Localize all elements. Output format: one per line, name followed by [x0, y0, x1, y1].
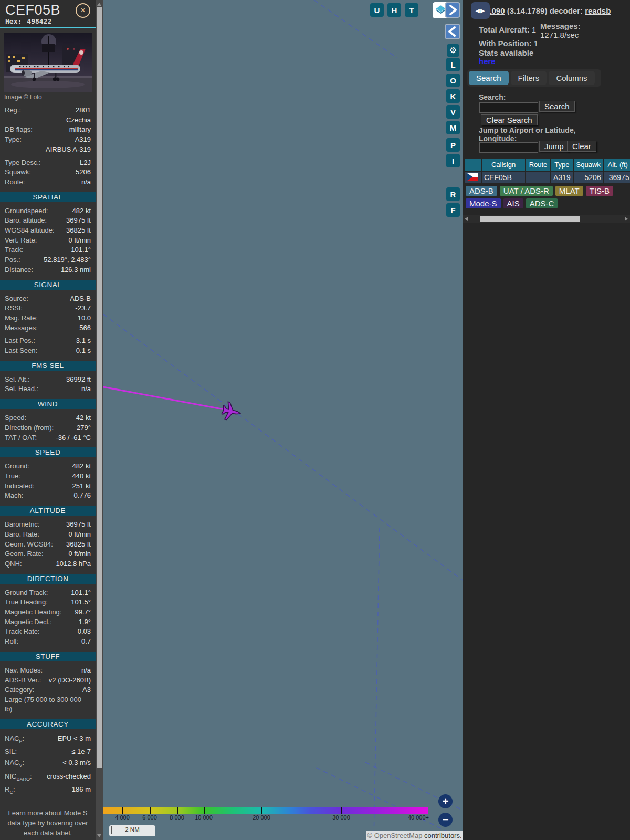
panel-toggle-button[interactable]: ◀▶	[471, 2, 490, 19]
tab-search[interactable]: Search	[469, 71, 509, 85]
column-header-flag[interactable]	[465, 159, 481, 171]
zoom-out-button[interactable]: −	[438, 813, 453, 827]
map-button-f[interactable]: F	[446, 203, 460, 217]
badge-ads-c[interactable]: ADS-C	[526, 198, 558, 208]
map-button-p[interactable]: P	[446, 138, 460, 152]
data-row: Baro. altitude:36975 ft	[0, 216, 96, 226]
section-header: ALTITUDE	[0, 506, 96, 516]
scroll-left-icon[interactable]	[465, 217, 468, 221]
tab-columns[interactable]: Columns	[549, 71, 594, 85]
data-label: Vert. Rate:	[5, 236, 37, 246]
altitude-tick	[177, 807, 178, 814]
settings-button[interactable]: ⚙	[447, 44, 459, 57]
clear-search-button[interactable]: Clear Search	[481, 114, 538, 125]
column-header-Type[interactable]: Type	[551, 159, 573, 171]
chevron-left-icon	[446, 25, 459, 38]
map-button-l[interactable]: L	[446, 58, 460, 71]
scroll-down-icon[interactable]	[97, 834, 101, 837]
scroll-up-icon[interactable]	[97, 3, 101, 6]
badge-ais[interactable]: AIS	[503, 198, 523, 208]
data-label: NACP:	[5, 733, 24, 747]
sidebar-section: FMS SELSel. Alt.:36992 ftSel. Head.:n/a	[0, 361, 96, 394]
data-label: Nav. Modes:	[5, 666, 43, 676]
badge-ads-b[interactable]: ADS-B	[466, 186, 497, 196]
stats-here-link[interactable]: here	[479, 57, 496, 66]
badge-uat-ads-r[interactable]: UAT / ADS-R	[500, 186, 553, 196]
table-horizontal-scrollbar[interactable]	[463, 215, 630, 223]
data-label: SIL:	[5, 747, 17, 758]
total-aircraft-stat: Total Aircraft: 1	[479, 25, 536, 34]
data-value: 52.819°, 2.483°	[44, 255, 91, 265]
cell-callsign[interactable]: CEF05B	[482, 172, 525, 183]
search-button[interactable]: Search	[539, 101, 575, 112]
close-icon[interactable]: ×	[76, 3, 90, 18]
map-button-o[interactable]: O	[446, 74, 460, 87]
total-aircraft-label: Total Aircraft:	[479, 25, 530, 34]
data-value: 0 ft/min	[68, 236, 91, 246]
data-value: 186 m	[72, 784, 91, 797]
sidebar-scrollbar[interactable]	[96, 0, 103, 840]
hex-value: 498422	[27, 17, 51, 25]
map-button-m[interactable]: M	[446, 121, 460, 134]
aircraft-table-row[interactable]: CEF05BA319520636975	[465, 172, 630, 183]
jump-button[interactable]: Jump	[539, 141, 569, 152]
search-input[interactable]	[479, 102, 538, 113]
aircraft-icon[interactable]	[221, 401, 242, 422]
data-label: Direction (from):	[5, 423, 54, 433]
map-button-v[interactable]: V	[446, 105, 460, 119]
map-button-h[interactable]: H	[387, 3, 401, 17]
column-header-Callsign[interactable]: Callsign	[482, 159, 525, 171]
messages-stat: Messages: 1271.8/sec	[540, 22, 624, 39]
map[interactable]: UHT ⚙ LOKVMPIRF + − 4 0006 0008 00010 00…	[103, 0, 463, 840]
data-value: 1012.8 hPa	[56, 559, 91, 569]
altitude-tick	[122, 807, 123, 814]
sidebar-section: STUFFNav. Modes:n/aADS-B Ver.:v2 (DO-260…	[0, 652, 96, 715]
data-value: v2 (DO-260B)	[49, 676, 91, 686]
data-value: cross-checked	[47, 771, 91, 784]
data-value: EPU < 3 m	[58, 733, 91, 747]
with-position-stat: With Position: 1	[479, 39, 538, 48]
panel-expand-button[interactable]	[445, 2, 460, 18]
badge-tis-b[interactable]: TIS-B	[586, 186, 613, 196]
zoom-in-button[interactable]: +	[438, 794, 453, 808]
data-value: A3	[82, 685, 91, 695]
data-label: Msg. Rate:	[5, 313, 38, 323]
data-value: A319	[75, 135, 91, 145]
column-header-Route[interactable]: Route	[526, 159, 550, 171]
jump-input[interactable]	[479, 142, 538, 153]
map-button-r[interactable]: R	[446, 187, 460, 201]
data-label: Baro. altitude:	[5, 216, 47, 226]
version-label: (3.14.1789)	[507, 6, 548, 15]
flight-trail	[103, 387, 227, 410]
map-button-u[interactable]: U	[370, 3, 384, 17]
map-button-k[interactable]: K	[446, 89, 460, 103]
panel-collapse-button[interactable]	[445, 24, 460, 39]
data-row: Category:A3	[0, 685, 96, 695]
tab-filters[interactable]: Filters	[511, 71, 547, 85]
registration-link[interactable]: 2801	[76, 106, 91, 116]
column-header-Alt. (ft)[interactable]: Alt. (ft)	[604, 159, 630, 171]
badge-mode-s[interactable]: Mode-S	[466, 198, 501, 208]
cell-type: A319	[551, 172, 573, 183]
readsb-link[interactable]: readsb	[585, 6, 611, 15]
openstreetmap-link[interactable]: © OpenStreetMap	[367, 832, 422, 839]
data-value: 0.7	[81, 637, 91, 647]
altitude-tick	[341, 807, 342, 814]
column-header-Squawk[interactable]: Squawk	[574, 159, 603, 171]
data-value: 101.1°	[71, 588, 91, 598]
jump-clear-button[interactable]: Clear	[567, 141, 596, 152]
gear-icon: ⚙	[449, 46, 457, 55]
sidebar-scrollbar-thumb[interactable]	[97, 7, 102, 768]
badge-mlat[interactable]: MLAT	[555, 186, 583, 196]
scroll-right-icon[interactable]	[625, 217, 628, 221]
data-row: Type:A319	[0, 135, 96, 145]
map-button-i[interactable]: I	[446, 154, 460, 167]
data-value: 5206	[76, 167, 91, 177]
data-value: -23.7	[75, 303, 91, 313]
map-button-t[interactable]: T	[405, 3, 418, 17]
section-header: FMS SEL	[0, 361, 96, 371]
data-row: Sel. Head.:n/a	[0, 384, 96, 394]
map-scale-indicator: 2 NM	[109, 825, 155, 836]
data-label: TAT / OAT:	[5, 433, 37, 443]
table-scrollbar-thumb[interactable]	[480, 216, 580, 222]
